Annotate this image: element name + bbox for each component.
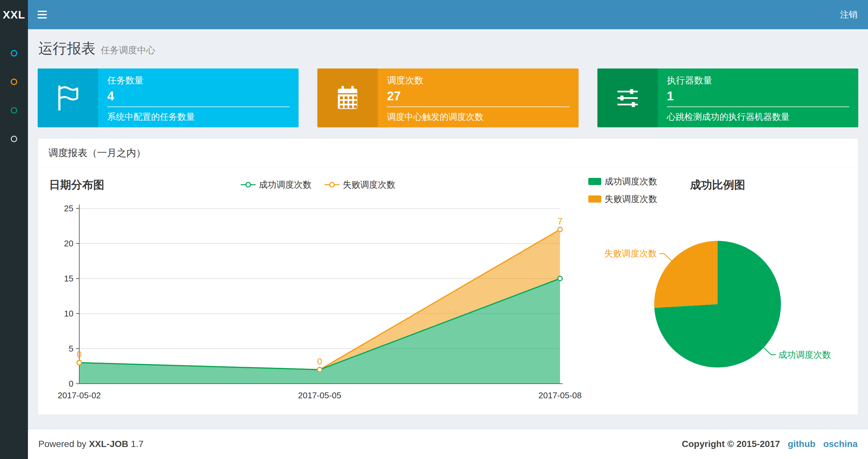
page-subtitle: 任务调度中心 <box>101 44 155 57</box>
circle-icon <box>11 107 17 113</box>
svg-text:失败调度次数: 失败调度次数 <box>604 249 657 258</box>
panel-body: 日期分布图 成功调度次数 <box>38 168 858 415</box>
legend-swatch-icon <box>588 178 601 185</box>
footer-copyright: Copyright © 2015-2017 github oschina <box>682 439 858 449</box>
legend-line-icon <box>241 181 256 188</box>
info-box-row: 任务数量 4 系统中配置的任务数量 <box>38 68 858 127</box>
legend-item-success[interactable]: 成功调度次数 <box>241 179 312 191</box>
info-box-title: 执行器数量 <box>667 74 849 87</box>
info-box-description: 心跳检测成功的执行器机器数量 <box>667 111 849 123</box>
page-footer: Powered by XXL-JOB 1.7 Copyright © 2015-… <box>28 429 868 459</box>
copyright-text: Copyright © 2015-2017 <box>682 439 780 449</box>
line-area-chart-canvas: 05101520252017-05-022017-05-052017-05-08… <box>49 197 588 401</box>
svg-text:2017-05-02: 2017-05-02 <box>58 391 101 400</box>
main-content: 运行报表 任务调度中心 任务数量 4 系统中配置的任务数量 <box>28 29 868 429</box>
flag-icon <box>54 85 82 112</box>
legend-label: 失败调度次数 <box>604 193 657 205</box>
info-box-description: 调度中心触发的调度次数 <box>387 111 569 123</box>
info-box-value: 27 <box>387 89 569 103</box>
hamburger-icon <box>38 17 47 19</box>
info-box-title: 任务数量 <box>107 74 289 87</box>
svg-text:15: 15 <box>64 274 73 284</box>
top-navbar: XXL 注销 <box>0 0 868 29</box>
oschina-link[interactable]: oschina <box>823 439 858 449</box>
legend-label: 失败调度次数 <box>343 179 395 191</box>
legend-item-fail[interactable]: 失败调度次数 <box>588 193 657 205</box>
info-box-job-count: 任务数量 4 系统中配置的任务数量 <box>38 68 299 127</box>
sidebar-item-report[interactable] <box>0 39 28 67</box>
content-wrapper: 运行报表 任务调度中心 任务数量 4 系统中配置的任务数量 <box>28 29 868 459</box>
info-box-content: 任务数量 4 系统中配置的任务数量 <box>98 68 299 127</box>
svg-text:20: 20 <box>64 238 73 248</box>
pie-chart-legend: 成功调度次数 失败调度次数 <box>588 175 657 205</box>
page-title: 运行报表 <box>38 39 95 58</box>
svg-text:5: 5 <box>69 344 73 354</box>
circle-icon <box>11 78 17 85</box>
pie-chart-canvas: 成功调度次数失败调度次数 <box>588 197 847 401</box>
line-chart-legend: 成功调度次数 失败调度次数 <box>241 179 395 191</box>
legend-label: 成功调度次数 <box>604 175 657 187</box>
info-box-icon-area <box>38 68 98 127</box>
navbar-content: 注销 <box>28 0 868 29</box>
info-box-trigger-count: 调度次数 27 调度中心触发的调度次数 <box>317 68 578 127</box>
app-logo[interactable]: XXL <box>0 0 28 29</box>
divider <box>667 106 849 107</box>
svg-text:0: 0 <box>317 357 322 366</box>
circle-icon <box>11 50 17 57</box>
legend-label: 成功调度次数 <box>259 179 312 191</box>
sliders-icon <box>615 85 641 111</box>
svg-text:2017-05-05: 2017-05-05 <box>298 391 341 400</box>
circle-icon <box>11 136 17 142</box>
sidebar-toggle-button[interactable] <box>28 0 57 29</box>
success-ratio-chart: 成功调度次数 失败调度次数 成功比例图 成功调度次数失败调度次数 <box>588 173 847 403</box>
panel-title: 调度报表（一月之内） <box>38 139 858 168</box>
info-box-description: 系统中配置的任务数量 <box>107 111 289 123</box>
svg-text:0: 0 <box>69 379 73 389</box>
hamburger-icon <box>38 14 47 15</box>
logout-link[interactable]: 注销 <box>830 0 868 29</box>
github-link[interactable]: github <box>788 439 816 449</box>
product-name: XXL-JOB <box>89 439 128 449</box>
legend-line-icon <box>324 181 339 188</box>
info-box-icon-area <box>317 68 378 127</box>
product-version: 1.7 <box>131 439 144 449</box>
svg-text:25: 25 <box>64 203 73 213</box>
chart-header: 日期分布图 成功调度次数 <box>49 173 588 197</box>
page-header: 运行报表 任务调度中心 <box>38 29 858 59</box>
info-box-executor-count: 执行器数量 1 心跳检测成功的执行器机器数量 <box>597 68 858 127</box>
info-box-content: 执行器数量 1 心跳检测成功的执行器机器数量 <box>658 68 858 127</box>
report-panel: 调度报表（一月之内） 日期分布图 成功调度次数 <box>38 138 858 415</box>
divider <box>107 106 289 107</box>
info-box-value: 1 <box>667 89 849 103</box>
info-box-title: 调度次数 <box>387 74 569 87</box>
info-box-icon-area <box>597 68 658 127</box>
legend-item-fail[interactable]: 失败调度次数 <box>324 179 395 191</box>
sidebar <box>0 29 28 459</box>
powered-by-text: Powered by <box>38 439 86 449</box>
svg-text:7: 7 <box>557 217 562 226</box>
date-distribution-chart: 日期分布图 成功调度次数 <box>49 173 588 403</box>
divider <box>387 106 569 107</box>
calendar-icon <box>335 85 361 111</box>
info-box-value: 4 <box>107 89 289 103</box>
hamburger-icon <box>38 11 47 12</box>
svg-text:成功调度次数: 成功调度次数 <box>778 350 831 360</box>
chart-title: 日期分布图 <box>49 177 104 193</box>
sidebar-item-other[interactable] <box>0 125 28 153</box>
chart-header: 成功调度次数 失败调度次数 成功比例图 <box>588 173 847 197</box>
svg-text:2017-05-08: 2017-05-08 <box>538 391 582 400</box>
info-box-content: 调度次数 27 调度中心触发的调度次数 <box>378 68 578 127</box>
sidebar-item-logs[interactable] <box>0 96 28 125</box>
footer-powered-by: Powered by XXL-JOB 1.7 <box>38 439 144 449</box>
svg-text:10: 10 <box>64 309 73 319</box>
legend-item-success[interactable]: 成功调度次数 <box>588 175 657 187</box>
sidebar-item-jobs[interactable] <box>0 67 28 96</box>
legend-swatch-icon <box>588 195 601 202</box>
svg-text:0: 0 <box>77 350 82 359</box>
